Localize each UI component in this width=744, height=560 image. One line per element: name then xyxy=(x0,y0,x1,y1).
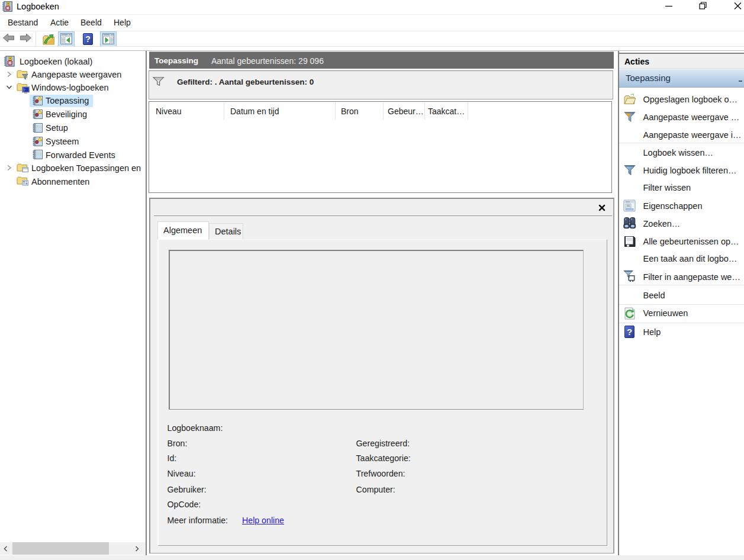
svg-text:?: ? xyxy=(85,34,91,44)
svg-text:?: ? xyxy=(627,327,632,337)
